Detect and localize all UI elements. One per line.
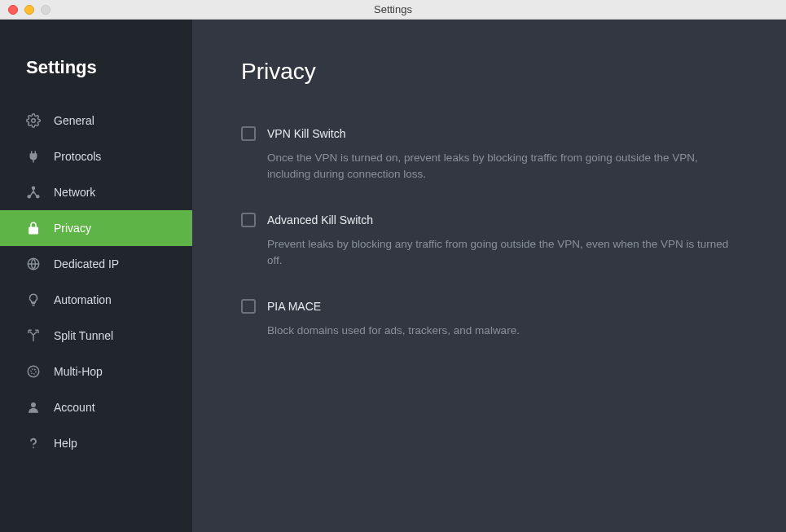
checkbox-advanced-kill-switch[interactable]	[241, 213, 256, 227]
window-title: Settings	[0, 3, 786, 15]
sidebar-item-label: Account	[54, 401, 95, 414]
svg-point-6	[31, 369, 36, 374]
sidebar-item-label: Help	[54, 437, 77, 450]
svg-point-0	[32, 119, 36, 123]
maximize-button[interactable]	[41, 5, 50, 15]
sidebar-item-protocols[interactable]: Protocols	[0, 138, 192, 174]
content-panel: Privacy VPN Kill Switch Once the VPN is …	[192, 20, 786, 532]
checkbox-vpn-kill-switch[interactable]	[241, 126, 256, 141]
option-desc: Once the VPN is turned on, prevent leaks…	[267, 150, 737, 182]
sidebar-item-label: Multi-Hop	[54, 365, 103, 378]
sidebar-item-help[interactable]: Help	[0, 425, 192, 461]
window-controls	[0, 5, 50, 15]
lock-icon	[26, 221, 41, 235]
sidebar-item-privacy[interactable]: Privacy	[0, 210, 192, 246]
sidebar-item-network[interactable]: Network	[0, 174, 192, 210]
sidebar-item-label: Network	[54, 186, 95, 199]
option-vpn-kill-switch: VPN Kill Switch Once the VPN is turned o…	[241, 125, 737, 182]
option-label: VPN Kill Switch	[267, 125, 737, 142]
sidebar-item-label: Split Tunnel	[54, 329, 113, 342]
option-desc: Prevent leaks by blocking any traffic fr…	[267, 236, 737, 269]
svg-point-7	[31, 402, 36, 407]
close-button[interactable]	[8, 5, 18, 15]
sidebar-item-label: General	[54, 114, 94, 127]
minimize-button[interactable]	[24, 5, 34, 15]
svg-point-5	[28, 366, 39, 377]
option-pia-mace: PIA MACE Block domains used for ads, tra…	[241, 298, 737, 339]
question-icon	[26, 436, 41, 451]
globe-ip-icon	[26, 257, 41, 271]
titlebar: Settings	[0, 0, 786, 20]
gear-icon	[26, 113, 41, 128]
plug-icon	[26, 149, 41, 164]
option-advanced-kill-switch: Advanced Kill Switch Prevent leaks by bl…	[241, 212, 737, 269]
option-label: Advanced Kill Switch	[267, 212, 737, 228]
sidebar-item-dedicated-ip[interactable]: Dedicated IP	[0, 246, 192, 282]
sidebar-item-split-tunnel[interactable]: Split Tunnel	[0, 318, 192, 354]
option-desc: Block domains used for ads, trackers, an…	[267, 323, 737, 339]
sidebar-item-account[interactable]: Account	[0, 389, 192, 425]
sidebar-title: Settings	[0, 36, 192, 103]
sidebar-item-automation[interactable]: Automation	[0, 282, 192, 318]
network-icon	[26, 185, 41, 200]
sidebar-item-label: Privacy	[54, 222, 91, 235]
hop-icon	[26, 364, 41, 379]
sidebar-item-general[interactable]: General	[0, 103, 192, 138]
page-title: Privacy	[241, 59, 737, 85]
sidebar-item-label: Protocols	[54, 150, 101, 163]
person-icon	[26, 400, 41, 415]
option-label: PIA MACE	[267, 298, 737, 314]
lightbulb-icon	[26, 292, 41, 307]
split-icon	[26, 328, 41, 343]
checkbox-pia-mace[interactable]	[241, 299, 256, 314]
sidebar-item-multi-hop[interactable]: Multi-Hop	[0, 354, 192, 389]
sidebar-item-label: Automation	[54, 293, 112, 306]
svg-point-8	[33, 446, 34, 448]
sidebar-item-label: Dedicated IP	[54, 257, 119, 270]
sidebar: Settings General Protocols Network Priva…	[0, 20, 192, 532]
